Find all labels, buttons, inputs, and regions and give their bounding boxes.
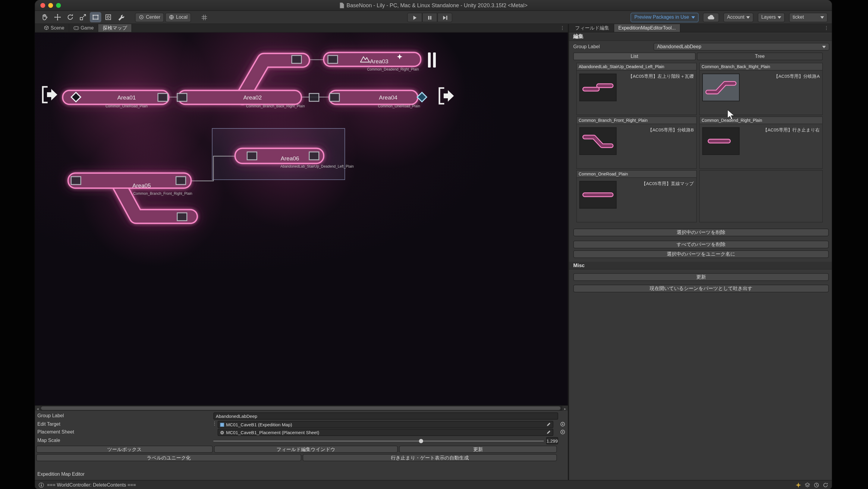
tab-field-edit[interactable]: フィールド編集 <box>571 24 614 32</box>
layers-status-icon[interactable] <box>805 482 810 488</box>
move-tool-button[interactable] <box>52 12 63 22</box>
hand-tool-button[interactable] <box>39 12 51 22</box>
window-title: BaseNoon - Lily - PC, Mac & Linux Standa… <box>347 2 527 8</box>
pane-menu-icon[interactable]: ⋮ <box>559 25 565 31</box>
connection-square[interactable] <box>328 56 338 63</box>
status-bar[interactable]: === WorldController: DeleteContents === <box>35 480 832 489</box>
minimize-window-icon[interactable] <box>48 3 53 8</box>
gate-diamond-icon[interactable] <box>417 92 427 101</box>
unique-labels-button[interactable]: ラベルのユニーク化 <box>36 454 301 461</box>
play-button[interactable] <box>407 13 422 22</box>
exit-left-icon[interactable] <box>43 87 57 102</box>
edit-target-object-field[interactable]: MC01_CaveB1 (Expedition Map) <box>218 421 553 428</box>
toolbox-button[interactable]: ツールボックス <box>36 446 213 453</box>
part-cell-deadend-right[interactable]: Common_Deadend_Right_Plain 【AC05専用】行き止まり… <box>699 116 823 169</box>
zoom-window-icon[interactable] <box>56 3 61 8</box>
autogen-gates-button[interactable]: 行き止まり・ゲート表示の自動生成 <box>303 454 557 461</box>
scroll-right-icon[interactable]: ▸ <box>562 406 568 410</box>
orientation-local-button[interactable]: Local <box>165 12 191 22</box>
map-scale-value-field[interactable]: 1.299 <box>546 437 558 445</box>
export-scene-as-part-button[interactable]: 現在開いているシーンをパーツとして吐き出す <box>573 284 829 293</box>
part-cell-branch-back-right[interactable]: Common_Branch_Back_Right_Plain 【AC05専用】分… <box>699 63 823 115</box>
tab-game[interactable]: Game <box>69 24 98 32</box>
cloud-icon <box>707 14 715 20</box>
tab-scene[interactable]: Scene <box>40 24 69 32</box>
account-dropdown[interactable]: Account <box>723 12 753 22</box>
connection-square[interactable] <box>177 93 187 101</box>
tab-expedition-map-label: 探検マップ <box>103 24 127 31</box>
road-area04[interactable] <box>329 90 418 104</box>
part-thumbnail[interactable] <box>702 73 740 101</box>
console-message[interactable]: === WorldController: DeleteContents === <box>47 482 136 488</box>
scroll-left-icon[interactable]: ◂ <box>35 406 40 410</box>
refresh-status-icon[interactable] <box>823 482 828 488</box>
object-picker-icon[interactable] <box>560 429 565 435</box>
connection-square[interactable] <box>71 177 81 184</box>
part-cell-stairup-deadend-left[interactable]: AbandonedLab_StairUp_Deadend_Left_Plain … <box>576 63 697 115</box>
layout-dropdown[interactable]: ticket <box>789 12 828 22</box>
horizontal-scrollbar[interactable]: ◂ ▸ <box>35 406 568 410</box>
cloud-button[interactable] <box>703 12 719 22</box>
part-cell-oneroad[interactable]: Common_OneRoad_Plain 【AC05専用】直線マップ <box>576 170 697 222</box>
scrollbar-thumb[interactable] <box>41 406 561 410</box>
close-window-icon[interactable] <box>40 3 45 8</box>
update-button[interactable]: 更新 <box>399 446 557 453</box>
connection-square[interactable] <box>158 93 167 101</box>
road-area02[interactable] <box>179 90 301 104</box>
group-label-field[interactable]: AbandonedLabDeep <box>213 412 558 420</box>
make-unique-name-button[interactable]: 選択中のパーツをユニーク名に <box>573 250 829 258</box>
tab-expedition-map-editor-tool[interactable]: ExpeditionMapEditorTool... <box>614 24 681 32</box>
group-label-dropdown[interactable]: AbandonedLabDeep <box>653 43 830 51</box>
preview-packages-dropdown[interactable]: Preview Packages in Use <box>631 12 699 22</box>
custom-tool-button[interactable] <box>115 12 127 22</box>
misc-section-header: Misc <box>569 262 832 270</box>
pause-button[interactable] <box>422 13 437 22</box>
grid-snap-button[interactable] <box>198 12 210 22</box>
step-button[interactable] <box>437 13 453 22</box>
field-edit-window-button[interactable]: フィールド編集ウインドウ <box>214 446 398 453</box>
pencil-icon[interactable] <box>546 422 551 427</box>
transform-tool-button[interactable] <box>102 12 114 22</box>
part-thumbnail[interactable] <box>702 127 740 155</box>
part-cell-empty <box>699 170 823 222</box>
object-picker-icon[interactable] <box>560 422 565 427</box>
map-scale-slider-thumb[interactable] <box>419 439 423 443</box>
area-label: Area04 <box>379 94 398 101</box>
tree-tab-button[interactable]: Tree <box>697 53 823 60</box>
titlebar[interactable]: BaseNoon - Lily - PC, Mac & Linux Standa… <box>35 0 832 11</box>
bake-icon[interactable] <box>796 482 801 488</box>
pause-marker-icon[interactable] <box>428 53 436 67</box>
pivot-center-button[interactable]: Center <box>135 12 164 22</box>
part-name: Common_OneRoad_Plain <box>577 171 696 178</box>
connection-square[interactable] <box>292 56 301 63</box>
layers-dropdown[interactable]: Layers <box>758 12 785 22</box>
rect-tool-button[interactable] <box>90 12 101 22</box>
connection-square[interactable] <box>309 152 319 160</box>
map-scale-slider-track[interactable] <box>213 441 544 441</box>
refresh-button[interactable]: 更新 <box>573 273 829 281</box>
rotate-tool-button[interactable] <box>64 12 76 22</box>
tab-expedition-map[interactable]: 探検マップ <box>98 24 132 32</box>
connection-square[interactable] <box>247 152 257 160</box>
list-tab-button[interactable]: List <box>573 53 695 60</box>
placement-sheet-object-field[interactable]: MC01_CaveB1_Placement (Placement Sheet) <box>218 429 553 436</box>
delete-selected-parts-button[interactable]: 選択中のパーツを削除 <box>573 228 829 236</box>
exit-right-icon[interactable] <box>439 88 454 104</box>
connection-square[interactable] <box>330 93 339 101</box>
pane-menu-icon[interactable]: ⋮ <box>824 25 830 31</box>
activity-icon[interactable] <box>814 482 819 488</box>
part-thumbnail[interactable] <box>579 73 617 101</box>
part-thumbnail[interactable] <box>579 127 617 155</box>
scene-viewport[interactable]: Area01 Common_OneRoad_Plain Area02 Commo… <box>35 33 568 406</box>
pencil-icon[interactable] <box>546 430 551 435</box>
scale-tool-button[interactable] <box>77 12 89 22</box>
kebab-menu-icon[interactable]: ⋮ <box>212 421 217 426</box>
part-cell-branch-front-right[interactable]: Common_Branch_Front_Right_Plain 【AC05専用】… <box>576 116 697 169</box>
map-scale-label: Map Scale <box>37 438 60 443</box>
delete-all-parts-button[interactable]: すべてのパーツを削除 <box>573 241 829 248</box>
connection-square[interactable] <box>176 177 186 184</box>
part-thumbnail[interactable] <box>579 181 617 209</box>
connection-square[interactable] <box>309 93 319 101</box>
road-area05[interactable] <box>68 173 191 188</box>
connection-square[interactable] <box>177 213 187 221</box>
